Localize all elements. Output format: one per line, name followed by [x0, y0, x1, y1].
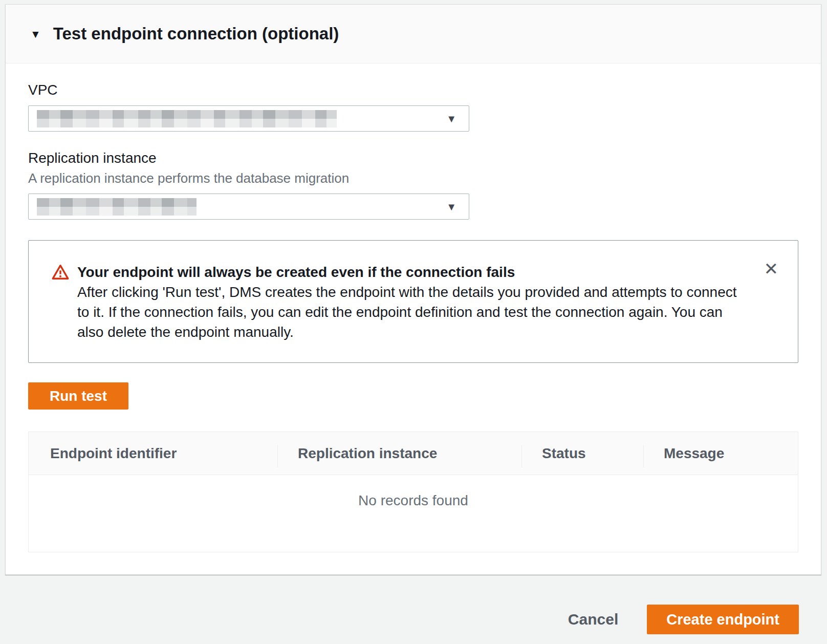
cancel-button[interactable]: Cancel [563, 611, 623, 628]
vpc-select[interactable]: ▼ [28, 105, 469, 132]
empty-state-message: No records found [29, 475, 798, 552]
vpc-label: VPC [28, 82, 798, 98]
collapse-triangle-icon[interactable]: ▼ [30, 29, 41, 39]
column-header-endpoint-identifier: Endpoint identifier [29, 432, 277, 475]
column-header-status: Status [521, 432, 643, 475]
column-header-replication-instance: Replication instance [277, 432, 521, 475]
caret-down-icon: ▼ [446, 114, 456, 124]
alert-title: Your endpoint will always be created eve… [77, 262, 743, 282]
replication-instance-label: Replication instance [28, 150, 798, 166]
section-body: VPC ▼ Replication instance A replication… [6, 82, 821, 574]
alert-content: Your endpoint will always be created eve… [77, 262, 743, 342]
replication-instance-description: A replication instance performs the data… [28, 170, 798, 186]
create-endpoint-button[interactable]: Create endpoint [647, 605, 799, 634]
replication-instance-select[interactable]: ▼ [28, 194, 469, 220]
section-title: Test endpoint connection (optional) [53, 24, 339, 44]
warning-alert: Your endpoint will always be created eve… [28, 240, 798, 363]
warning-triangle-icon [51, 264, 70, 283]
redacted-vpc-value [37, 110, 337, 127]
section-header[interactable]: ▼ Test endpoint connection (optional) [6, 5, 821, 63]
form-footer: Cancel Create endpoint [0, 565, 827, 634]
redacted-replication-instance-value [37, 198, 197, 216]
connection-results-table: Endpoint identifier Replication instance… [28, 432, 798, 552]
table-header-row: Endpoint identifier Replication instance… [29, 432, 798, 475]
column-header-message: Message [643, 432, 798, 475]
close-icon[interactable]: ✕ [762, 258, 781, 280]
test-endpoint-connection-panel: ▼ Test endpoint connection (optional) VP… [5, 4, 821, 575]
alert-body: After clicking 'Run test', DMS creates t… [77, 282, 743, 342]
run-test-button[interactable]: Run test [28, 382, 128, 410]
caret-down-icon: ▼ [446, 202, 456, 212]
